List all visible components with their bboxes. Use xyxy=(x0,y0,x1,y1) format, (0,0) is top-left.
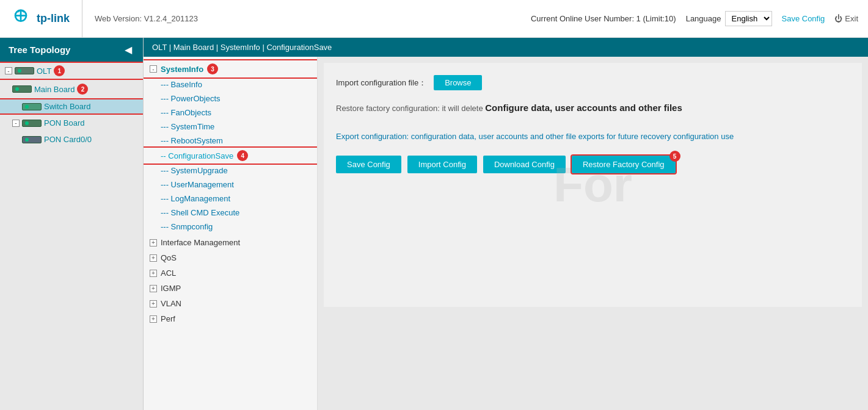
nav-item-system-time[interactable]: --- SystemTime xyxy=(144,120,317,134)
switch-board-device-icon xyxy=(22,103,42,110)
browse-button[interactable]: Browse xyxy=(434,75,482,90)
breadcrumb: OLT | Main Board | SystemInfo | Configur… xyxy=(144,38,868,57)
configuration-save-badge: 4 xyxy=(237,150,248,161)
language-label: Language xyxy=(686,14,721,23)
import-config-button[interactable]: Import Config xyxy=(407,156,477,173)
import-config-row: Import configuration file： Browse xyxy=(336,75,850,90)
restore-prefix: Restore factory configuration: it will d… xyxy=(336,104,485,113)
restore-text: Restore factory configuration: it will d… xyxy=(336,103,850,113)
tree-node-olt: - OLT 1 xyxy=(0,62,143,80)
save-config-link[interactable]: Save Config xyxy=(782,14,825,23)
online-users-text: Current Online User Number: 1 (Limit:10) xyxy=(531,14,676,23)
expand-perf[interactable]: + xyxy=(150,315,157,323)
version-text: Web Version: V1.2.4_201123 xyxy=(95,14,531,23)
expand-interface-mgmt[interactable]: + xyxy=(150,239,157,246)
tree-node-pon-board: - PON Board xyxy=(0,115,143,131)
header: tp-link Web Version: V1.2.4_201123 Curre… xyxy=(0,0,868,38)
tree-item-main-board[interactable]: Main Board 2 xyxy=(0,81,143,97)
main-board-badge: 2 xyxy=(77,84,88,95)
nav-item-base-info[interactable]: --- BaseInfo xyxy=(144,77,317,92)
nav-item-interface-management[interactable]: + Interface Management xyxy=(144,235,317,250)
nav-item-igmp[interactable]: + IGMP xyxy=(144,281,317,296)
main-board-label: Main Board xyxy=(34,85,75,94)
export-text: Export configuration: configuration data… xyxy=(336,132,850,141)
restore-factory-badge: 5 xyxy=(669,151,680,162)
language-dropdown[interactable]: English xyxy=(725,11,772,26)
export-prefix: Export configuration: xyxy=(336,132,411,141)
nav-item-acl[interactable]: + ACL xyxy=(144,265,317,281)
acl-label: ACL xyxy=(161,268,176,278)
tree-item-pon-board[interactable]: - PON Board xyxy=(0,116,143,130)
perf-label: Perf xyxy=(161,314,175,323)
system-info-label: SystemInfo xyxy=(161,65,203,74)
tree-node-main-board: Main Board 2 xyxy=(0,80,143,98)
nav-item-shell-cmd[interactable]: --- Shell CMD Execute xyxy=(144,206,317,220)
switch-board-label: Switch Board xyxy=(44,102,91,111)
nav-item-reboot-system[interactable]: --- RebootSystem xyxy=(144,134,317,148)
download-config-button[interactable]: Download Config xyxy=(483,156,566,173)
panel-inner: For Import configuration file： Browse Re… xyxy=(324,63,862,307)
nav-item-system-upgrade[interactable]: --- SystemUpgrade xyxy=(144,164,317,178)
tree-item-pon-card[interactable]: PON Card0/0 xyxy=(0,132,143,146)
tree-node-switch-board: Switch Board xyxy=(0,98,143,115)
system-info-badge: 3 xyxy=(207,63,218,74)
main-layout: Tree Topology ◀ - OLT 1 Main Board 2 xyxy=(0,38,868,410)
action-buttons: Save Config Import Config Download Confi… xyxy=(336,156,850,173)
olt-label: OLT xyxy=(37,67,51,76)
pon-board-label: PON Board xyxy=(44,118,84,128)
content-area: OLT | Main Board | SystemInfo | Configur… xyxy=(144,38,868,410)
nav-item-fan-objects[interactable]: --- FanObjects xyxy=(144,106,317,120)
nav-item-perf[interactable]: + Perf xyxy=(144,311,317,326)
nav-panel: - SystemInfo 3 --- BaseInfo --- PowerObj… xyxy=(144,57,318,410)
system-info-sub-items: --- BaseInfo --- PowerObjects --- FanObj… xyxy=(144,77,317,234)
expand-igmp[interactable]: + xyxy=(150,285,157,292)
expand-system-info[interactable]: - xyxy=(150,65,157,73)
exit-button[interactable]: ⏻ Exit xyxy=(834,14,858,23)
igmp-label: IGMP xyxy=(161,284,181,293)
nav-item-qos[interactable]: + QoS xyxy=(144,250,317,265)
restore-factory-button[interactable]: Restore Factory Config xyxy=(572,156,676,173)
main-board-device-icon xyxy=(12,85,32,93)
content-split: - SystemInfo 3 --- BaseInfo --- PowerObj… xyxy=(144,57,868,410)
olt-badge: 1 xyxy=(54,65,65,76)
nav-item-configuration-save[interactable]: -- ConfigurationSave 4 xyxy=(144,148,317,164)
expand-vlan[interactable]: + xyxy=(150,300,157,308)
save-config-button[interactable]: Save Config xyxy=(336,156,401,173)
tree-item-olt[interactable]: - OLT 1 xyxy=(0,63,143,79)
vlan-label: VLAN xyxy=(161,299,181,308)
expand-pon-board[interactable]: - xyxy=(12,120,20,127)
qos-label: QoS xyxy=(161,253,177,262)
language-selector: Language English xyxy=(686,11,772,26)
logo-text: tp-link xyxy=(37,12,70,25)
sidebar-toggle-button[interactable]: ◀ xyxy=(122,44,134,56)
pon-card-device-icon xyxy=(22,136,42,143)
nav-item-power-objects[interactable]: --- PowerObjects xyxy=(144,92,317,106)
olt-device-icon xyxy=(15,67,34,74)
export-colored: configuration data, user accounts and ot… xyxy=(411,132,734,141)
pon-board-device-icon xyxy=(22,120,42,127)
import-label: Import configuration file： xyxy=(336,77,426,88)
nav-item-user-management[interactable]: --- UserManagement xyxy=(144,178,317,192)
exit-label: Exit xyxy=(845,14,858,23)
expand-acl[interactable]: + xyxy=(150,270,157,277)
sidebar: Tree Topology ◀ - OLT 1 Main Board 2 xyxy=(0,38,144,410)
expand-qos[interactable]: + xyxy=(150,254,157,262)
nav-section-system-info: - SystemInfo 3 --- BaseInfo --- PowerObj… xyxy=(144,60,317,234)
nav-section-header-system-info[interactable]: - SystemInfo 3 xyxy=(144,60,317,77)
expand-olt[interactable]: - xyxy=(5,67,12,74)
restore-bold: Configure data, user accounts and other … xyxy=(485,103,682,113)
sidebar-title: Tree Topology xyxy=(9,45,70,55)
interface-management-label: Interface Management xyxy=(161,238,240,247)
nav-item-snmp-config[interactable]: --- Snmpconfig xyxy=(144,220,317,234)
restore-factory-wrapper: Restore Factory Config 5 xyxy=(572,156,676,173)
pon-card-label: PON Card0/0 xyxy=(44,135,92,144)
tree-item-switch-board[interactable]: Switch Board xyxy=(0,99,143,113)
main-panel: For Import configuration file： Browse Re… xyxy=(318,57,868,410)
sidebar-header: Tree Topology ◀ xyxy=(0,38,143,62)
nav-item-vlan[interactable]: + VLAN xyxy=(144,296,317,311)
logo-area: tp-link xyxy=(10,0,82,37)
header-right: Current Online User Number: 1 (Limit:10)… xyxy=(531,11,858,26)
tp-link-logo-icon xyxy=(10,8,32,30)
tree-node-pon-card: PON Card0/0 xyxy=(0,131,143,148)
nav-item-log-management[interactable]: --- LogManagement xyxy=(144,192,317,206)
